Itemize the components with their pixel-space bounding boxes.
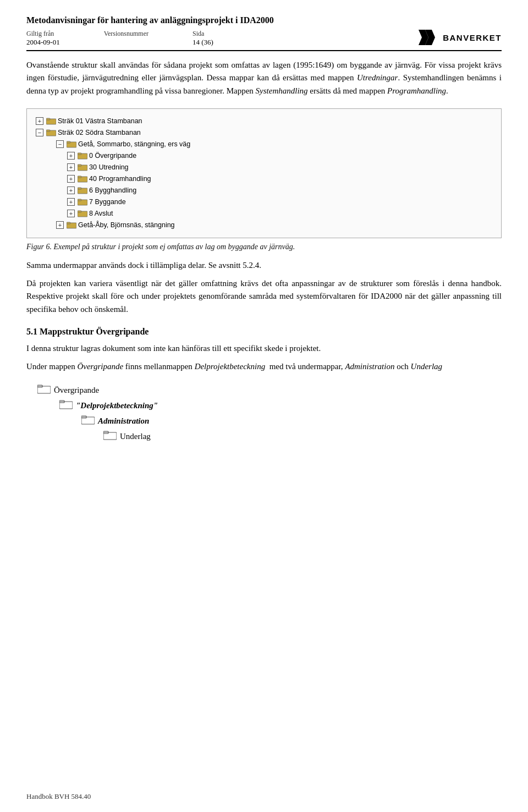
- paragraph-1: Ovanstående struktur skall användas för …: [26, 59, 502, 97]
- tree-ctrl-plus: +: [67, 186, 75, 194]
- tree-item: + 40 Programhandling: [58, 173, 492, 184]
- header-meta: Giltig från 2004-09-01 Versionsnummer Si…: [26, 30, 502, 47]
- folder-icon-administration: [81, 415, 95, 427]
- svg-rect-9: [78, 153, 81, 155]
- tree-item: − Getå, Sommarbo, stängning, ers väg: [47, 139, 492, 150]
- giltig-col: Giltig från 2004-09-01: [26, 30, 60, 47]
- figure-caption: Figur 6. Exempel på struktur i projekt s…: [26, 243, 502, 251]
- svg-rect-3: [46, 118, 50, 120]
- page-footer: Handbok BVH 584.40: [26, 792, 91, 801]
- folder-row-delprojekt: "Delprojektbeteckning": [37, 399, 502, 412]
- paragraph-3: Då projekten kan variera väsentligt när …: [26, 277, 502, 316]
- folder-icon: [67, 140, 76, 148]
- version-label: Versionsnummer: [104, 30, 148, 38]
- tree-ctrl-plus: +: [67, 210, 75, 217]
- tree-ctrl-plus: +: [67, 198, 75, 206]
- banverket-logo: BANVERKET: [419, 30, 502, 45]
- page-title: Metodanvisningar för hantering av anlägg…: [26, 15, 502, 25]
- svg-rect-13: [78, 176, 81, 178]
- tree-ctrl-minus: −: [56, 140, 64, 148]
- tree-item: + 0 Övergripande: [58, 150, 492, 161]
- folder-icon: [78, 198, 87, 206]
- svg-rect-7: [67, 141, 70, 143]
- header-meta-fields: Giltig från 2004-09-01 Versionsnummer Si…: [26, 30, 213, 47]
- folder-label-delprojekt: "Delprojektbeteckning": [76, 401, 158, 410]
- tree-item-label: 30 Utredning: [89, 162, 129, 173]
- tree-item-label: Getå-Åby, Björnsnäs, stängning: [78, 220, 175, 231]
- folder-icon-delprojekt: [59, 399, 73, 412]
- tree-item-label: Getå, Sommarbo, stängning, ers väg: [78, 139, 190, 150]
- version-col: Versionsnummer: [104, 30, 148, 47]
- tree-ctrl-plus: +: [67, 163, 75, 171]
- tree-ctrl-plus: +: [36, 117, 43, 125]
- svg-rect-21: [67, 222, 70, 224]
- tree-item-label: 40 Programhandling: [89, 173, 151, 184]
- figure-box: + Sträk 01 Västra Stambanan −: [26, 108, 502, 238]
- folder-icon: [46, 129, 56, 136]
- tree-ctrl-plus: +: [67, 152, 75, 160]
- tree-item: + Getå-Åby, Björnsnäs, stängning: [47, 220, 492, 231]
- svg-rect-5: [46, 130, 50, 131]
- giltig-value: 2004-09-01: [26, 38, 60, 47]
- svg-rect-19: [78, 211, 81, 212]
- folder-label-underlag: Underlag: [120, 432, 151, 441]
- tree-item: + Sträk 01 Västra Stambanan: [36, 116, 492, 127]
- tree-item-label: 6 Bygghandling: [89, 185, 136, 196]
- tree-item: + 7 Byggande: [58, 196, 492, 207]
- sida-col: Sida 14 (36): [193, 30, 213, 47]
- tree-item-label: Sträk 01 Västra Stambanan: [58, 116, 142, 127]
- folder-diagram: Övergripande "Delprojektbeteckning" Admi…: [37, 384, 502, 442]
- folder-icon: [78, 186, 87, 194]
- folder-icon: [67, 221, 76, 229]
- tree-diagram: + Sträk 01 Västra Stambanan −: [36, 116, 492, 231]
- section-5-1-para1: I denna struktur lagras dokument som int…: [26, 342, 502, 355]
- tree-ctrl-plus: +: [56, 221, 64, 229]
- folder-icon-overgripande: [37, 384, 51, 396]
- tree-ctrl-plus: +: [67, 175, 75, 183]
- folder-row-underlag: Underlag: [37, 430, 502, 442]
- page-header: Metodanvisningar för hantering av anlägg…: [26, 15, 502, 51]
- svg-rect-15: [78, 188, 81, 189]
- folder-label-overgripande: Övergripande: [54, 386, 99, 395]
- tree-item: + 8 Avslut: [58, 208, 492, 219]
- folder-icon: [78, 163, 87, 171]
- tree-item-label: Sträk 02 Södra Stambanan: [58, 127, 141, 138]
- tree-item-label: 8 Avslut: [89, 208, 113, 219]
- tree-item-label: 0 Övergripande: [89, 150, 136, 161]
- folder-icon: [78, 210, 87, 217]
- folder-icon: [78, 152, 87, 160]
- folder-row-overgripande: Övergripande: [37, 384, 502, 396]
- tree-item: − Sträk 02 Södra Stambanan: [36, 127, 492, 138]
- svg-rect-11: [78, 164, 81, 166]
- folder-icon: [46, 117, 56, 125]
- tree-item: + 30 Utredning: [58, 162, 492, 173]
- folder-row-administration: Administration: [37, 415, 502, 427]
- tree-ctrl-minus: −: [36, 129, 43, 136]
- tree-item-label: 7 Byggande: [89, 196, 126, 207]
- tree-item: + 6 Bygghandling: [58, 185, 492, 196]
- folder-label-administration: Administration: [98, 416, 149, 426]
- banverket-logo-symbol: [419, 30, 438, 45]
- logo-text: BANVERKET: [443, 33, 502, 42]
- folder-icon-underlag: [103, 430, 117, 442]
- folder-icon: [78, 175, 87, 183]
- giltig-label: Giltig från: [26, 30, 60, 38]
- page: Metodanvisningar för hantering av anlägg…: [0, 0, 528, 812]
- sida-value: 14 (36): [193, 38, 213, 47]
- sida-label: Sida: [193, 30, 213, 38]
- svg-rect-17: [78, 199, 81, 201]
- section-5-1-para2: Under mappen Övergripande finns mellanma…: [26, 360, 502, 373]
- section-5-1-heading: 5.1 Mappstruktur Övergripande: [26, 327, 502, 337]
- paragraph-2: Samma undermappar används dock i tillämp…: [26, 259, 502, 272]
